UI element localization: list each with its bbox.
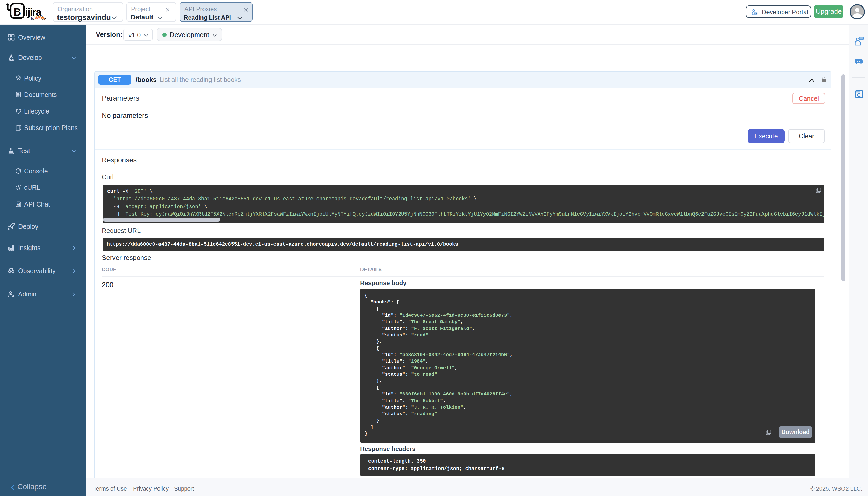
svg-text:B: B xyxy=(14,6,21,18)
svg-text:AI: AI xyxy=(17,203,20,206)
